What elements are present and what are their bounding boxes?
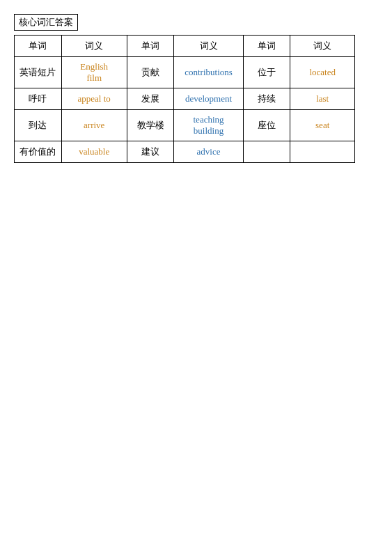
meaning1-row2: appeal to <box>61 88 127 110</box>
page-container: 核心词汇答案 单词 词义 单词 词义 单词 词义 英语短片 Englishfil… <box>14 14 378 163</box>
vocabulary-table: 单词 词义 单词 词义 单词 词义 英语短片 Englishfilm 贡献 co… <box>14 35 355 163</box>
word3-row1: 位于 <box>243 57 290 88</box>
word2-row3: 教学楼 <box>127 110 174 141</box>
table-row: 呼吁 appeal to 发展 development 持续 last <box>15 88 355 110</box>
meaning1-row3: arrive <box>61 110 127 141</box>
table-header-row: 单词 词义 单词 词义 单词 词义 <box>15 36 355 57</box>
header-meaning2: 词义 <box>174 36 243 57</box>
word1-row1: 英语短片 <box>15 57 62 88</box>
word2-row2: 发展 <box>127 88 174 110</box>
header-meaning1: 词义 <box>61 36 127 57</box>
meaning1-row4: valuable <box>61 141 127 163</box>
page-title: 核心词汇答案 <box>14 14 78 31</box>
header-word3: 单词 <box>243 36 290 57</box>
word3-row4 <box>243 141 290 163</box>
word1-row2: 呼吁 <box>15 88 62 110</box>
word3-row3: 座位 <box>243 110 290 141</box>
meaning2-row3: teachingbuilding <box>174 110 243 141</box>
meaning3-row4 <box>290 141 355 163</box>
meaning1-row1: Englishfilm <box>61 57 127 88</box>
word2-row4: 建议 <box>127 141 174 163</box>
word1-row4: 有价值的 <box>15 141 62 163</box>
meaning3-row3: seat <box>290 110 355 141</box>
table-row: 英语短片 Englishfilm 贡献 contributions 位于 loc… <box>15 57 355 88</box>
meaning3-row1: located <box>290 57 355 88</box>
meaning2-row1: contributions <box>174 57 243 88</box>
table-row: 到达 arrive 教学楼 teachingbuilding 座位 seat <box>15 110 355 141</box>
table-row: 有价值的 valuable 建议 advice <box>15 141 355 163</box>
header-word2: 单词 <box>127 36 174 57</box>
meaning2-row2: development <box>174 88 243 110</box>
header-word1: 单词 <box>15 36 62 57</box>
word1-row3: 到达 <box>15 110 62 141</box>
meaning2-row4: advice <box>174 141 243 163</box>
meaning3-row2: last <box>290 88 355 110</box>
word2-row1: 贡献 <box>127 57 174 88</box>
word3-row2: 持续 <box>243 88 290 110</box>
header-meaning3: 词义 <box>290 36 355 57</box>
